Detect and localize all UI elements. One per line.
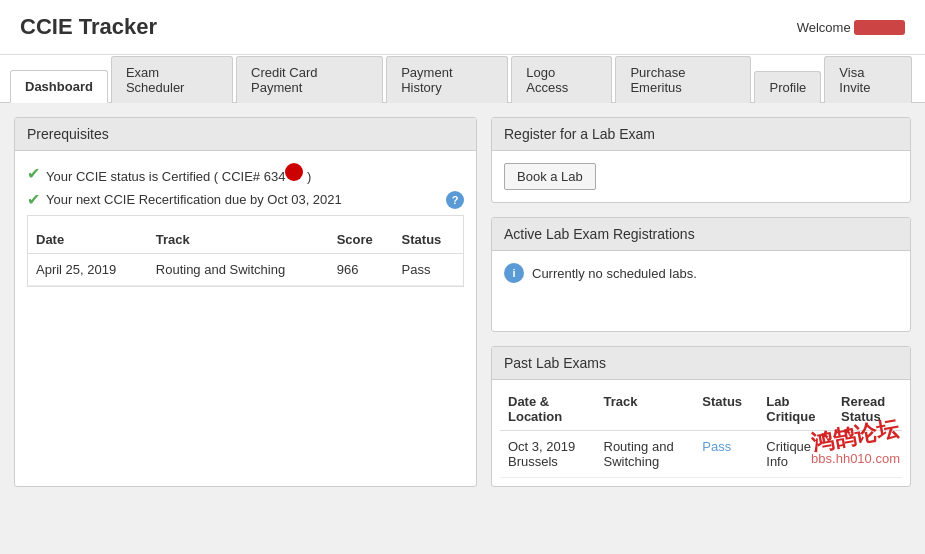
prereq-text-2: Your next CCIE Recertification due by Oc…	[46, 192, 342, 207]
past-lab-table: Date &Location Track Status LabCritique …	[500, 388, 902, 478]
prerequisites-table-wrapper: Date Track Score Status April 25, 2019 R…	[27, 215, 464, 287]
past-lab-row: Oct 3, 2019Brussels Routing andSwitching…	[500, 431, 902, 478]
active-lab-section: Active Lab Exam Registrations i Currentl…	[491, 217, 911, 332]
right-panel: Register for a Lab Exam Book a Lab Activ…	[491, 117, 911, 487]
past-col-date: Date &Location	[500, 388, 596, 431]
past-cell-track: Routing andSwitching	[596, 431, 695, 478]
prerequisites-panel: Prerequisites ✔ Your CCIE status is Cert…	[14, 117, 477, 487]
active-lab-body: i Currently no scheduled labs.	[492, 251, 910, 331]
col-date: Date	[28, 226, 148, 254]
username-display	[854, 20, 905, 35]
tab-dashboard[interactable]: Dashboard	[10, 70, 108, 103]
pass-link[interactable]: Pass	[702, 439, 731, 454]
cell-track: Routing and Switching	[148, 254, 329, 286]
past-lab-title: Past Lab Exams	[504, 355, 606, 371]
tab-purchase-emeritus[interactable]: Purchase Emeritus	[615, 56, 751, 103]
welcome-message: Welcome	[797, 20, 905, 35]
active-lab-header: Active Lab Exam Registrations	[492, 218, 910, 251]
tab-visa-invite[interactable]: Visa Invite	[824, 56, 912, 103]
past-col-track: Track	[596, 388, 695, 431]
prerequisites-header: Prerequisites	[15, 118, 476, 151]
past-lab-body: Date &Location Track Status LabCritique …	[492, 380, 910, 486]
tab-profile[interactable]: Profile	[754, 71, 821, 103]
past-col-reread: RereadStatus	[833, 388, 902, 431]
no-labs-text: Currently no scheduled labs.	[532, 266, 697, 281]
prerequisites-body: ✔ Your CCIE status is Certified ( CCIE# …	[15, 151, 476, 299]
prerequisites-table: Date Track Score Status April 25, 2019 R…	[28, 226, 463, 286]
past-lab-section: Past Lab Exams Date &Location Track Stat…	[491, 346, 911, 487]
register-lab-header: Register for a Lab Exam	[492, 118, 910, 151]
register-lab-title: Register for a Lab Exam	[504, 126, 655, 142]
past-lab-header: Past Lab Exams	[492, 347, 910, 380]
check-icon-2: ✔	[27, 190, 40, 209]
prereq-text-1: Your CCIE status is Certified ( CCIE# 63…	[46, 163, 311, 184]
cell-status: Pass	[394, 254, 463, 286]
col-track: Track	[148, 226, 329, 254]
tab-payment-history[interactable]: Payment History	[386, 56, 508, 103]
table-row: April 25, 2019 Routing and Switching 966…	[28, 254, 463, 286]
app-header: CCIE Tracker Welcome	[0, 0, 925, 55]
register-lab-body: Book a Lab	[492, 151, 910, 202]
ccie-badge	[285, 163, 303, 181]
past-cell-date: Oct 3, 2019Brussels	[500, 431, 596, 478]
past-col-critique: LabCritique	[758, 388, 833, 431]
main-content: Prerequisites ✔ Your CCIE status is Cert…	[0, 103, 925, 501]
past-cell-status: Pass	[694, 431, 758, 478]
col-status: Status	[394, 226, 463, 254]
no-labs-message: i Currently no scheduled labs.	[504, 263, 898, 283]
past-cell-reread	[833, 431, 902, 478]
check-icon-1: ✔	[27, 164, 40, 183]
book-lab-button[interactable]: Book a Lab	[504, 163, 596, 190]
tab-logo-access[interactable]: Logo Access	[511, 56, 612, 103]
cell-date: April 25, 2019	[28, 254, 148, 286]
prereq-item-2: ✔ Your next CCIE Recertification due by …	[27, 190, 464, 209]
col-score: Score	[329, 226, 394, 254]
app-title: CCIE Tracker	[20, 14, 157, 40]
past-col-status: Status	[694, 388, 758, 431]
register-lab-section: Register for a Lab Exam Book a Lab	[491, 117, 911, 203]
prereq-item-1: ✔ Your CCIE status is Certified ( CCIE# …	[27, 163, 464, 184]
welcome-label: Welcome	[797, 20, 851, 35]
tab-bar: Dashboard Exam Scheduler Credit Card Pay…	[0, 55, 925, 103]
help-icon[interactable]: ?	[446, 191, 464, 209]
active-lab-title: Active Lab Exam Registrations	[504, 226, 695, 242]
tab-credit-card[interactable]: Credit Card Payment	[236, 56, 383, 103]
info-circle-icon: i	[504, 263, 524, 283]
cell-score: 966	[329, 254, 394, 286]
tab-exam-scheduler[interactable]: Exam Scheduler	[111, 56, 233, 103]
past-cell-critique: CritiqueInfo	[758, 431, 833, 478]
prerequisites-title: Prerequisites	[27, 126, 109, 142]
